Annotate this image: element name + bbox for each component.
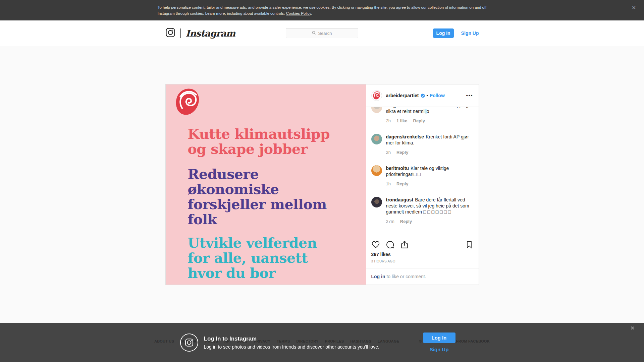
login-button[interactable]: Log In (423, 333, 455, 343)
instagram-glyph-icon (165, 27, 175, 39)
login-bar-subtitle: Log in to see photos and videos from fri… (204, 344, 379, 350)
image-headline-purple: Redusere økonomiske forskjeller mellom f… (188, 167, 327, 227)
verified-badge-icon (421, 94, 425, 98)
follow-button[interactable]: Follow (430, 93, 444, 98)
login-prompt-link[interactable]: Log in (371, 274, 385, 279)
follow-separator: • (427, 93, 428, 98)
comment-row: beritmoltuKlar tale og viktige prioriter… (371, 161, 473, 192)
comment-time: 2h (386, 149, 391, 156)
avatar[interactable] (371, 134, 382, 144)
image-headline-teal: Utvikle velferden for alle, uansett hvor… (188, 236, 317, 281)
post-panel: arbeiderpartiet • Follow ••• bergmalolav… (366, 84, 479, 285)
reply-button[interactable]: Reply (396, 181, 408, 187)
bookmark-icon[interactable] (465, 241, 473, 249)
comment-username[interactable]: dagenskrenkelse (386, 134, 424, 139)
post-card: Kutte klimautslipp og skape jobber Redus… (165, 84, 479, 285)
login-bottom-bar: Log In to Instagram Log in to see photos… (0, 323, 644, 362)
signup-link[interactable]: Sign Up (430, 347, 449, 352)
login-prompt: Log in to like or comment. (366, 268, 479, 285)
cookies-policy-link[interactable]: Cookies Policy (286, 11, 311, 15)
post-header: arbeiderpartiet • Follow ••• (366, 84, 479, 107)
reply-button[interactable]: Reply (400, 219, 412, 225)
comment-time: 1h (386, 181, 391, 187)
comment-row: dagenskrenkelseKrenket fordi AP gjør mer… (371, 129, 473, 161)
cookie-text-line2: Instagram through cookies. Learn more, i… (158, 10, 486, 16)
cookie-text-line1: To help personalize content, tailor and … (158, 4, 486, 10)
search-placeholder: Search (318, 31, 332, 36)
heart-icon[interactable] (371, 240, 380, 249)
close-icon[interactable]: ✕ (630, 325, 635, 330)
image-headline-red: Kutte klimautslipp og skape jobber (188, 127, 330, 157)
avatar[interactable] (371, 197, 382, 207)
search-input[interactable]: Search (286, 28, 358, 38)
avatar[interactable] (371, 165, 382, 176)
comments-list: bergmalolavRedusera Co2 utslepp og sikra… (366, 107, 479, 237)
avatar[interactable] (371, 107, 382, 113)
comment-text: Redusera Co2 utslepp og sikra et reint n… (386, 107, 469, 114)
search-icon (312, 31, 316, 36)
rose-logo (175, 88, 200, 118)
instagram-logo[interactable]: Instagram (165, 27, 235, 39)
share-icon[interactable] (400, 240, 409, 249)
comment-row: bergmalolavRedusera Co2 utslepp og sikra… (371, 107, 473, 129)
more-options-icon[interactable]: ••• (466, 93, 473, 98)
comment-icon[interactable] (386, 240, 394, 249)
post-timestamp: 3 HOURS AGO (366, 259, 479, 263)
reply-button[interactable]: Reply (413, 118, 425, 124)
login-button[interactable]: Log In (433, 28, 454, 38)
brand-divider (180, 28, 181, 38)
reply-button[interactable]: Reply (396, 149, 408, 156)
post-image: Kutte klimautslipp og skape jobber Redus… (166, 84, 366, 285)
login-bar-text: Log In to Instagram Log in to see photos… (204, 336, 379, 350)
action-bar (366, 237, 479, 252)
comment-time: 27m (386, 219, 394, 225)
close-icon[interactable]: ✕ (632, 5, 636, 10)
instagram-wordmark: Instagram (186, 28, 235, 39)
login-bar-title: Log In to Instagram (204, 336, 379, 342)
instagram-camera-circle-icon (180, 334, 198, 352)
site-header: Instagram Search Log In Sign Up (0, 20, 644, 46)
post-username[interactable]: arbeiderpartiet (386, 93, 419, 98)
cookie-banner: To help personalize content, tailor and … (0, 0, 644, 20)
comment-row: trondaugustBare dere får flertall ved ne… (371, 192, 473, 230)
cookie-banner-text: To help personalize content, tailor and … (158, 4, 486, 16)
comment-time: 2h (386, 118, 391, 124)
comment-username[interactable]: beritmoltu (386, 166, 409, 171)
avatar[interactable] (371, 90, 382, 101)
comment-username[interactable]: bergmalolav (386, 107, 414, 108)
likes-count[interactable]: 267 likes (366, 252, 479, 257)
signup-link[interactable]: Sign Up (461, 31, 479, 36)
comment-username[interactable]: trondaugust (386, 197, 414, 202)
comment-likes[interactable]: 1 like (396, 118, 408, 124)
